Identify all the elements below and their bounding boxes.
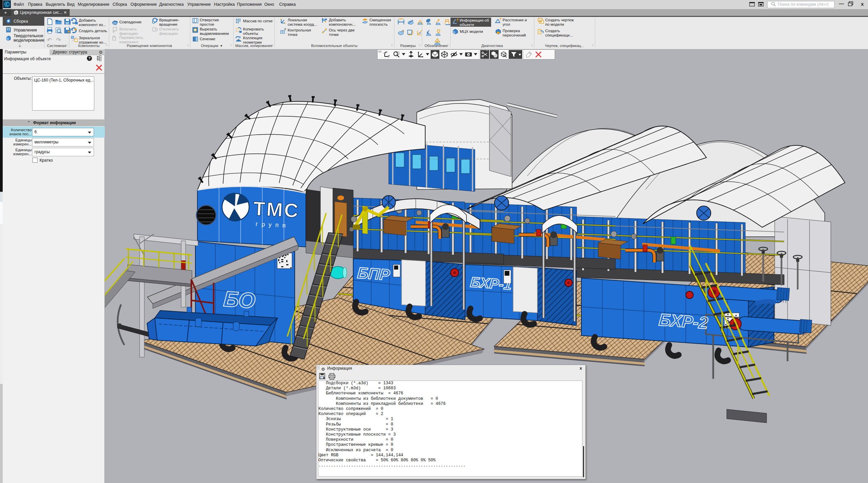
- svg-text:?: ?: [456, 18, 459, 22]
- svg-text:?: ?: [499, 18, 502, 21]
- svg-text:БО: БО: [223, 286, 256, 313]
- svg-text:БПР: БПР: [357, 264, 390, 284]
- svg-text:ТМС: ТМС: [252, 197, 300, 222]
- svg-text:БХР-2: БХР-2: [658, 310, 709, 332]
- svg-text:R: R: [402, 29, 404, 32]
- svg-text:БХР-1: БХР-1: [469, 274, 512, 293]
